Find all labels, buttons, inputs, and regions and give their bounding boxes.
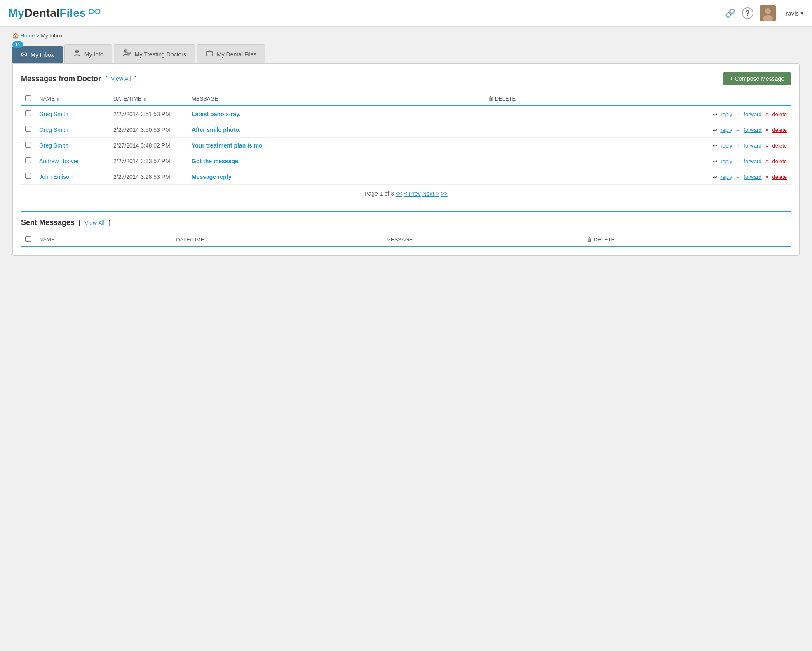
link-icon[interactable]: 🔗 bbox=[725, 8, 735, 18]
sort-message-link[interactable]: MESSAGE bbox=[192, 96, 218, 102]
row-sender: Greg Smith bbox=[35, 106, 109, 122]
tab-doctors[interactable]: My Treating Doctors bbox=[114, 44, 195, 63]
home-icon: 🏠 bbox=[12, 33, 19, 39]
sent-section-header: Sent Messages [ View All ] bbox=[21, 218, 791, 227]
info-tab-icon bbox=[73, 49, 81, 59]
delete-all-button[interactable]: 🗑 DELETE bbox=[488, 96, 787, 102]
delete-x-icon: ✕ bbox=[765, 127, 769, 133]
forward-arrow-icon: → bbox=[735, 143, 740, 149]
sent-sort-message-link[interactable]: MESSAGE bbox=[386, 237, 413, 243]
main-content: 11 ✉ My Inbox My Info bbox=[0, 44, 812, 268]
forward-arrow-icon: → bbox=[735, 174, 740, 180]
delete-link-0[interactable]: delete bbox=[772, 111, 787, 117]
reply-arrow-icon: ↩ bbox=[713, 159, 717, 164]
sent-sort-datetime-link[interactable]: DATE/TIME bbox=[176, 237, 204, 243]
row-checkbox-1[interactable] bbox=[25, 126, 31, 132]
user-name-text: Travis bbox=[782, 10, 799, 17]
compose-message-button[interactable]: + Compose Message bbox=[723, 72, 791, 85]
tab-inbox[interactable]: ✉ My Inbox bbox=[12, 46, 63, 63]
row-checkbox-2[interactable] bbox=[25, 142, 31, 148]
row-message: Your treatment plan is mo bbox=[188, 138, 484, 153]
sort-name-link[interactable]: NAME ⇕ bbox=[39, 96, 59, 102]
sent-sort-name-link[interactable]: NAME bbox=[39, 237, 55, 243]
tab-info-label: My Info bbox=[84, 51, 103, 58]
sort-datetime-link[interactable]: DATE/TIME ⇕ bbox=[113, 96, 146, 102]
sent-select-all-checkbox[interactable] bbox=[25, 236, 31, 242]
messages-table-header: NAME ⇕ DATE/TIME ⇕ MESSAGE bbox=[21, 92, 791, 106]
sent-datetime-col-label: DATE/TIME bbox=[176, 237, 204, 243]
reply-link-4[interactable]: reply bbox=[720, 174, 732, 180]
row-checkbox-4[interactable] bbox=[25, 173, 31, 179]
sent-header-name: NAME bbox=[35, 233, 172, 247]
sender-link-3[interactable]: Andrew Hoover bbox=[39, 158, 79, 164]
sender-link-4[interactable]: John Emison bbox=[39, 173, 73, 180]
help-icon[interactable]: ? bbox=[742, 7, 753, 19]
row-checkbox-3[interactable] bbox=[25, 157, 31, 163]
delete-link-2[interactable]: delete bbox=[772, 143, 787, 149]
reply-link-2[interactable]: reply bbox=[720, 143, 732, 149]
row-actions: ↩reply →forward ✕delete bbox=[484, 153, 791, 169]
message-link-1[interactable]: After smile photo. bbox=[192, 126, 241, 133]
row-message: Message reply bbox=[188, 169, 484, 185]
prev-page-link[interactable]: < Prev bbox=[404, 190, 421, 197]
sent-delete-all-button[interactable]: 🗑 DELETE bbox=[587, 237, 787, 243]
sent-message-col-label: MESSAGE bbox=[386, 237, 413, 243]
reply-link-1[interactable]: reply bbox=[720, 127, 732, 133]
tab-files[interactable]: My Dental Files bbox=[197, 44, 265, 63]
next-page-link[interactable]: Next > bbox=[422, 190, 439, 197]
header-message: MESSAGE bbox=[188, 92, 484, 106]
row-datetime: 2/27/2014 3:28:53 PM bbox=[109, 169, 188, 185]
message-link-0[interactable]: Latest pano x-ray. bbox=[192, 111, 241, 117]
sender-link-1[interactable]: Greg Smith bbox=[39, 126, 68, 133]
message-link-2[interactable]: Your treatment plan is mo bbox=[192, 142, 263, 149]
reply-arrow-icon: ↩ bbox=[713, 143, 717, 149]
row-checkbox-0[interactable] bbox=[25, 110, 31, 116]
row-message: Latest pano x-ray. bbox=[188, 106, 484, 122]
sent-header-datetime: DATE/TIME bbox=[172, 233, 382, 247]
sent-table: NAME DATE/TIME MESSAGE bbox=[21, 233, 791, 247]
delete-link-3[interactable]: delete bbox=[772, 158, 787, 164]
select-all-checkbox[interactable] bbox=[25, 95, 31, 101]
sent-messages-section: Sent Messages [ View All ] NAME bbox=[21, 211, 791, 247]
table-row: Greg Smith 2/27/2014 3:51:53 PM Latest p… bbox=[21, 106, 791, 122]
delete-x-icon: ✕ bbox=[765, 159, 769, 164]
logo-my: My bbox=[8, 7, 24, 19]
sent-name-col-label: NAME bbox=[39, 237, 55, 243]
reply-link-3[interactable]: reply bbox=[720, 158, 732, 164]
messages-view-all-link[interactable]: View All bbox=[111, 75, 131, 82]
svg-point-6 bbox=[125, 51, 126, 52]
row-datetime: 2/27/2014 3:51:53 PM bbox=[109, 106, 188, 122]
message-link-3[interactable]: Got the message. bbox=[192, 158, 240, 164]
reply-link-0[interactable]: reply bbox=[720, 111, 732, 117]
forward-link-2[interactable]: forward bbox=[744, 143, 761, 149]
message-col-label: MESSAGE bbox=[192, 96, 218, 102]
forward-link-0[interactable]: forward bbox=[744, 111, 761, 117]
header-name: NAME ⇕ bbox=[35, 92, 109, 106]
sender-link-2[interactable]: Greg Smith bbox=[39, 142, 68, 149]
files-tab-icon bbox=[205, 49, 214, 59]
delete-link-4[interactable]: delete bbox=[772, 174, 787, 180]
tab-info[interactable]: My Info bbox=[64, 44, 112, 63]
messages-table: NAME ⇕ DATE/TIME ⇕ MESSAGE bbox=[21, 92, 791, 185]
delete-link-1[interactable]: delete bbox=[772, 127, 787, 133]
message-link-4[interactable]: Message reply bbox=[192, 173, 232, 180]
last-page-link[interactable]: >> bbox=[441, 190, 447, 197]
first-page-link[interactable]: << bbox=[396, 190, 402, 197]
content-panel: Messages from Doctor [ View All ] + Comp… bbox=[12, 63, 800, 256]
forward-link-1[interactable]: forward bbox=[744, 127, 761, 133]
messages-pagination: Page 1 of 3 << < Prev Next > >> bbox=[21, 185, 791, 199]
sender-link-0[interactable]: Greg Smith bbox=[39, 111, 68, 117]
trash-icon: 🗑 bbox=[488, 96, 493, 102]
row-datetime: 2/27/2014 3:48:02 PM bbox=[109, 138, 188, 153]
table-row: Greg Smith 2/27/2014 3:48:02 PM Your tre… bbox=[21, 138, 791, 153]
inbox-badge: 11 bbox=[12, 41, 23, 48]
user-menu[interactable]: Travis ▾ bbox=[782, 9, 804, 17]
row-sender: John Emison bbox=[35, 169, 109, 185]
sent-view-all-link[interactable]: View All bbox=[84, 220, 105, 226]
home-link[interactable]: Home bbox=[21, 33, 35, 39]
tabs: ✉ My Inbox My Info bbox=[12, 44, 267, 63]
forward-link-3[interactable]: forward bbox=[744, 158, 761, 164]
logo: MyDentalFiles bbox=[8, 7, 101, 19]
name-col-label: NAME bbox=[39, 96, 55, 102]
forward-link-4[interactable]: forward bbox=[744, 174, 761, 180]
